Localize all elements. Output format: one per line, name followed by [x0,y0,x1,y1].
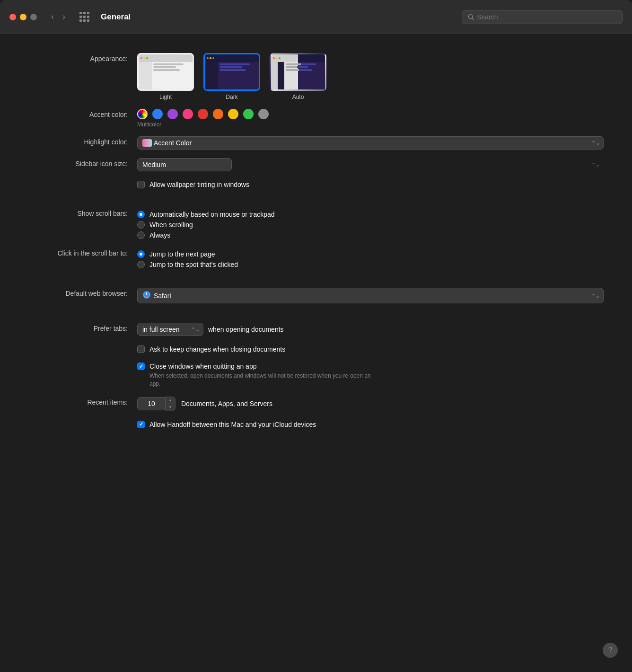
minimize-button[interactable] [20,14,26,20]
default-browser-value: Safari [154,292,171,300]
close-windows-row: Close windows when quitting an app When … [28,362,604,388]
maximize-button[interactable] [30,14,37,20]
back-button[interactable]: ‹ [48,11,57,23]
accent-color-controls: Multicolor [137,109,604,128]
handoff-checkbox-label: Allow Handoff between this Mac and your … [149,421,316,428]
prefer-tabs-wrapper[interactable]: in full screen ⌃⌄ [137,323,203,336]
search-bar[interactable] [462,10,623,24]
click-scroll-bar-controls: Jump to the next page Jump to the spot t… [137,248,604,268]
accent-swatch-red[interactable] [198,109,208,119]
appearance-option-light-label: Light [159,94,172,100]
svg-line-1 [472,18,474,19]
accent-swatch-yellow[interactable] [228,109,238,119]
sidebar-icon-size-row: Sidebar icon size: Small Medium Large [28,158,604,171]
sidebar-icon-size-wrapper[interactable]: Small Medium Large [137,158,604,171]
appearance-option-light[interactable]: Light [137,53,194,100]
appearance-option-dark[interactable]: Dark [203,53,260,100]
handoff-checkbox[interactable] [137,421,145,428]
search-input[interactable] [477,13,616,21]
recent-items-input[interactable] [137,397,166,410]
highlight-color-label: Highlight color: [28,136,137,146]
handoff-row: Allow Handoff between this Mac and your … [28,420,604,428]
appearance-thumb-light [137,53,194,91]
show-scroll-bars-row: Show scroll bars: Automatically based on… [28,208,604,239]
close-windows-info: When selected, open documents and window… [149,372,377,388]
prefer-tabs-controls: in full screen ⌃⌄ when opening documents [137,323,604,336]
default-browser-wrapper[interactable]: Safari ⌃⌄ [137,288,604,303]
highlight-color-wrapper[interactable]: Accent Color ⌃⌄ [137,136,604,150]
prefer-tabs-row: Prefer tabs: in full screen ⌃⌄ when open… [28,323,604,336]
recent-items-stepper-buttons: ▲ ▼ [166,397,176,411]
wallpaper-tinting-controls: Allow wallpaper tinting in windows [137,180,604,188]
click-scroll-next-page-row: Jump to the next page [137,250,604,258]
scroll-bars-scrolling-label: When scrolling [149,221,193,229]
multicolor-label: Multicolor [137,121,604,128]
accent-swatch-green[interactable] [243,109,254,119]
appearance-option-auto[interactable]: Auto [270,53,326,100]
recent-items-label: Recent items: [28,397,137,406]
accent-swatch-purple[interactable] [167,109,178,119]
close-button[interactable] [9,14,16,20]
wallpaper-tinting-checkbox[interactable] [137,181,145,188]
main-content: Appearance: [0,34,632,672]
appearance-label: Appearance: [28,53,137,62]
divider-2 [28,278,604,278]
recent-items-decrement[interactable]: ▼ [166,404,175,411]
nav-buttons: ‹ › [48,11,68,23]
default-browser-select[interactable]: Safari [137,288,604,303]
titlebar: ‹ › General [0,0,632,34]
accent-color-row: Accent color: Multicolor [28,109,604,128]
accent-swatch-orange[interactable] [213,109,223,119]
help-button[interactable]: ? [603,643,618,658]
highlight-color-row: Highlight color: Accent Color ⌃⌄ [28,136,604,150]
show-scroll-bars-label: Show scroll bars: [28,208,137,217]
accent-swatch-pink[interactable] [183,109,193,119]
scroll-bars-auto-radio[interactable] [137,211,145,218]
click-scroll-bar-label: Click in the scroll bar to: [28,248,137,257]
wallpaper-tinting-checkbox-label: Allow wallpaper tinting in windows [149,181,249,188]
scroll-bars-always-label: Always [149,231,170,239]
scroll-bars-auto-label: Automatically based on mouse or trackpad [149,211,275,218]
page-title: General [101,12,131,22]
ask-keep-changes-checkbox-label: Ask to keep changes when closing documen… [149,345,285,353]
ask-keep-changes-label [28,345,137,346]
ask-keep-changes-checkbox[interactable] [137,345,145,353]
handoff-label [28,420,137,422]
appearance-thumb-dark [203,53,260,91]
ask-keep-changes-controls: Ask to keep changes when closing documen… [137,345,604,353]
scroll-bars-auto-row: Automatically based on mouse or trackpad [137,211,604,218]
search-icon [468,14,474,20]
divider-3 [28,313,604,313]
sidebar-icon-size-label: Sidebar icon size: [28,158,137,168]
recent-items-increment[interactable]: ▲ [166,397,175,404]
default-browser-controls: Safari ⌃⌄ [137,288,604,303]
handoff-checkbox-row: Allow Handoff between this Mac and your … [137,421,604,428]
highlight-color-select[interactable]: Accent Color [137,136,604,150]
scroll-bars-always-radio[interactable] [137,231,145,239]
highlight-color-controls: Accent Color ⌃⌄ [137,136,604,150]
close-windows-controls: Close windows when quitting an app When … [137,362,604,388]
sidebar-icon-size-select[interactable]: Small Medium Large [137,158,232,171]
prefer-tabs-select[interactable]: in full screen [137,323,203,336]
recent-items-row: Recent items: ▲ ▼ Documents, Apps, and S… [28,397,604,411]
accent-swatch-graphite[interactable] [258,109,269,119]
grid-icon[interactable] [79,12,89,22]
appearance-option-dark-label: Dark [226,94,237,100]
forward-button[interactable]: › [60,11,68,23]
recent-items-suffix: Documents, Apps, and Servers [181,400,272,407]
close-windows-checkbox[interactable] [137,363,145,370]
appearance-option-auto-label: Auto [292,94,304,100]
click-scroll-spot-row: Jump to the spot that's clicked [137,261,604,268]
wallpaper-tinting-row: Allow wallpaper tinting in windows [28,180,604,188]
highlight-color-swatch [142,139,152,147]
accent-color-swatches [137,109,604,119]
scroll-bars-scrolling-radio[interactable] [137,221,145,229]
ask-keep-changes-checkbox-row: Ask to keep changes when closing documen… [137,345,604,353]
click-scroll-spot-radio[interactable] [137,261,145,268]
sidebar-icon-size-controls: Small Medium Large [137,158,604,171]
safari-icon [142,291,151,301]
show-scroll-bars-controls: Automatically based on mouse or trackpad… [137,208,604,239]
accent-swatch-multicolor[interactable] [137,109,148,119]
click-scroll-next-page-radio[interactable] [137,250,145,258]
accent-swatch-blue[interactable] [152,109,163,119]
